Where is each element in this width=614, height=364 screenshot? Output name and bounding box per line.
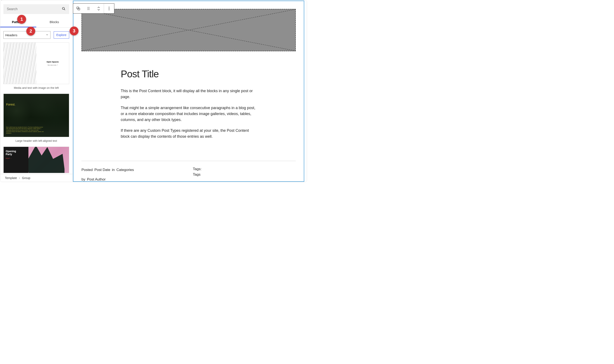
inserter-sidebar: Patterns Blocks Headers Explore Open Spa… xyxy=(0,0,72,182)
tab-blocks[interactable]: Blocks xyxy=(36,17,72,27)
breadcrumb-root[interactable]: Template xyxy=(5,176,17,180)
meta-by-label: by xyxy=(82,177,85,182)
preview-subtext: Even a child knows how valuable the fore… xyxy=(6,127,44,134)
chevron-down-icon xyxy=(97,9,100,11)
search-icon xyxy=(62,7,66,12)
chevron-down-icon xyxy=(46,33,49,37)
featured-image-placeholder[interactable] xyxy=(82,9,296,51)
preview-heading: Opening Party xyxy=(6,150,26,156)
annotation-badge-1: 1 xyxy=(17,15,26,24)
chevron-right-icon: › xyxy=(19,177,20,180)
meta-tags-label: Tags: xyxy=(193,167,202,171)
inserter-tabs: Patterns Blocks xyxy=(0,17,72,27)
svg-point-8 xyxy=(88,9,88,10)
search-box[interactable] xyxy=(3,4,69,14)
explore-button[interactable]: Explore xyxy=(54,31,69,39)
breadcrumb-current[interactable]: Group xyxy=(22,176,30,180)
svg-point-12 xyxy=(109,10,109,10)
more-options-button[interactable] xyxy=(104,4,114,13)
block-toolbar xyxy=(73,3,114,13)
meta-categories[interactable]: Categories xyxy=(116,167,134,173)
editor-canvas[interactable]: Post Title This is the Post Content bloc… xyxy=(72,0,307,182)
meta-post-author[interactable]: Post Author xyxy=(87,177,106,182)
kebab-icon xyxy=(107,6,112,11)
annotation-badge-3: 3 xyxy=(70,26,79,35)
preview-subtext: See case study ↗ xyxy=(48,64,58,66)
post-meta: Posted Post Date in Categories by Post A… xyxy=(82,167,296,182)
svg-point-11 xyxy=(109,8,109,9)
pattern-item[interactable]: Opening Party RSVP → xyxy=(3,147,69,173)
preview-heading: Open Spaces xyxy=(46,61,58,63)
post-title[interactable]: Post Title xyxy=(121,68,256,80)
svg-line-1 xyxy=(64,9,65,10)
pattern-name-label: Large header with left-aligned text xyxy=(3,139,69,142)
svg-point-4 xyxy=(88,7,88,8)
annotation-badge-2: 2 xyxy=(26,27,35,36)
meta-in-label: in xyxy=(112,167,115,173)
svg-point-7 xyxy=(89,8,89,9)
block-type-button[interactable] xyxy=(73,4,83,13)
patterns-list[interactable]: Open Spaces See case study ↗ Media and t… xyxy=(0,42,72,182)
meta-post-date[interactable]: Post Date xyxy=(94,167,110,173)
search-input[interactable] xyxy=(7,7,62,11)
svg-point-6 xyxy=(88,8,88,9)
pattern-preview[interactable]: Open Spaces See case study ↗ xyxy=(3,42,69,84)
post-content-paragraph[interactable]: If there are any Custom Post Types regis… xyxy=(121,128,256,140)
svg-point-10 xyxy=(109,7,109,7)
post-content-paragraph[interactable]: That might be a simple arrangement like … xyxy=(121,105,256,123)
meta-tags-label: Tags xyxy=(193,172,202,177)
selected-group-block[interactable]: Post Title This is the Post Content bloc… xyxy=(73,1,304,182)
pattern-name-label: Media and text with image on the left xyxy=(3,86,69,90)
pattern-preview[interactable]: Forest. Even a child knows how valuable … xyxy=(3,94,69,137)
svg-point-9 xyxy=(89,9,89,10)
dropdown-value: Headers xyxy=(5,33,17,37)
breadcrumb: Template › Group xyxy=(0,174,72,182)
drag-handle[interactable] xyxy=(83,4,94,13)
svg-rect-2 xyxy=(77,7,79,9)
preview-subtext: RSVP → xyxy=(6,158,26,159)
svg-rect-3 xyxy=(78,8,80,10)
post-content-paragraph[interactable]: This is the Post Content block, it will … xyxy=(121,88,256,100)
move-up-down-button[interactable] xyxy=(94,4,104,13)
pattern-item[interactable]: Open Spaces See case study ↗ Media and t… xyxy=(3,42,69,90)
svg-point-0 xyxy=(62,7,65,10)
pattern-preview[interactable]: Opening Party RSVP → xyxy=(3,147,69,173)
pattern-item[interactable]: Forest. Even a child knows how valuable … xyxy=(3,94,69,142)
meta-posted-label: Posted xyxy=(82,167,93,173)
chevron-up-icon xyxy=(97,6,100,9)
preview-heading: Forest. xyxy=(6,103,15,106)
svg-point-5 xyxy=(89,7,89,8)
